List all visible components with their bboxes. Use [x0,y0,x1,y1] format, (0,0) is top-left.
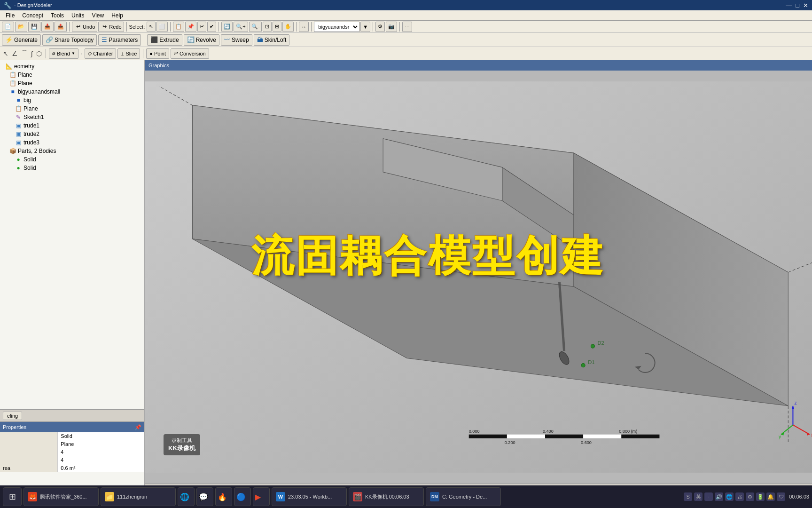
slice-button[interactable]: ⟂ Slice [117,48,140,59]
tray-sound[interactable]: 🔊 [715,492,723,501]
sep2 [126,22,127,32]
big-icon: ■ [15,97,22,103]
undo-button[interactable]: ↩ Undo [72,22,97,32]
blend-button[interactable]: ⌀ Blend ▼ [49,48,78,59]
tree-item-big[interactable]: ■ big [0,96,144,104]
copy-button[interactable]: 📋 [173,22,184,32]
tree-item-bigyuanandsmall[interactable]: ■ bigyuanandsmall [0,87,144,96]
conversion-button[interactable]: ⇌ Conversion [171,48,209,59]
export-button[interactable]: 📤 [55,22,67,32]
detailing-tab-bar: eling [0,409,144,421]
title-bar: 🔧 - DesignModeler — □ ✕ [0,0,812,10]
camera-button[interactable]: 📷 [386,22,397,32]
point-button[interactable]: ● Point [146,48,169,59]
detailing-tab-item[interactable]: eling [3,412,22,420]
pan-button[interactable]: ✋ [282,22,294,32]
redo-button[interactable]: ↪ Redo [98,22,124,32]
check-button[interactable]: ✔ [207,22,216,32]
taskbar-qq[interactable]: 🦊 腾讯软件管家_360... [23,487,99,506]
save-button[interactable]: 💾 [28,22,40,32]
skin-loft-button[interactable]: 🏔 Skin/Loft [254,34,290,46]
zoom-fit-button[interactable]: ⊡ [263,22,272,32]
pan-icon: ✋ [285,24,291,30]
tree-item-geometry[interactable]: 📐 eometry [0,62,144,71]
menu-item-concept[interactable]: Concept [18,11,47,20]
select-mode-box[interactable]: ⬜ [156,22,168,32]
menu-item-view[interactable]: View [88,11,108,20]
open-button[interactable]: 📂 [15,22,27,32]
settings-button[interactable]: ⚙ [375,22,385,32]
tree-item-solid2[interactable]: ● Solid [0,164,144,172]
graphics-header: Graphics [145,60,812,71]
taskbar-start[interactable]: ⊞ [3,487,22,506]
taskbar-app2[interactable]: 🔵 [234,487,251,506]
more-button[interactable]: ⋯ [402,22,412,32]
menu-item-tools[interactable]: Tools [47,11,68,20]
revolve-button[interactable]: 🔄 Revolve [184,34,219,46]
paste-button[interactable]: 📌 [185,22,196,32]
taskbar-workbench[interactable]: W 23.03.05 - Workb... [272,487,347,506]
tray-shield[interactable]: 🛡 [777,492,785,501]
taskbar-app3[interactable]: ▶ [253,487,270,506]
zoom-in-button[interactable]: 🔍+ [234,22,248,32]
taskbar-kk[interactable]: 🎬 KK录像机 00:06:03 [349,487,424,506]
tree-item-solid1[interactable]: ● Solid [0,155,144,164]
minimize-button[interactable]: — [786,2,792,9]
blend-icon: ⌀ [52,50,55,56]
sep1 [69,22,70,32]
tree-item-extrude1[interactable]: ▣ trude1 [0,121,144,130]
menu-item-units[interactable]: Units [68,11,88,20]
tray-print[interactable]: 🖨 [735,492,744,501]
tray-settings[interactable]: ⚙ [746,492,754,501]
taskbar-wx[interactable]: 💬 [196,487,213,506]
menu-item-help[interactable]: Help [108,11,127,20]
zoom-selection-button[interactable]: ⊞ [273,22,281,32]
zoom-out-button[interactable]: 🔍- [249,22,262,32]
dimension-button[interactable]: ↔ [299,22,309,32]
select-mode-arrow[interactable]: ↖ [147,22,156,32]
title-bar-controls: — □ ✕ [786,2,808,9]
body-select-dropdown[interactable]: ▼ [360,22,370,32]
sweep-button[interactable]: 〰 Sweep [221,34,252,46]
solid1-icon: ● [15,156,22,163]
skin-loft-label: Skin/Loft [265,37,287,43]
taskbar-dm[interactable]: DM C: Geometry - De... [426,487,501,506]
cut-button[interactable]: ✂ [197,22,206,32]
refresh-button[interactable]: 🔄 [221,22,233,32]
tree-item-parts[interactable]: 📦 Parts, 2 Bodies [0,147,144,155]
tree-item-plane1[interactable]: 📋 Plane [0,71,144,79]
tree-item-extrude3[interactable]: ▣ trude3 [0,138,144,147]
tree-item-sketch1[interactable]: ✎ Sketch1 [0,113,144,121]
more-icon: ⋯ [405,24,410,30]
tray-dot[interactable]: · [704,492,713,501]
generate-button[interactable]: ⚡ Generate [2,34,41,46]
tray-lang[interactable]: 英 [694,492,703,501]
parameters-button[interactable]: ☰ Parameters [98,34,141,46]
tree-label-geometry: eometry [14,63,34,70]
extrude-icon: ⬛ [150,36,158,43]
menu-item-file[interactable]: File [2,11,18,20]
taskbar-browser[interactable]: 🌐 [178,487,195,506]
tray-battery[interactable]: 🔋 [756,492,765,501]
tray-notif[interactable]: 🔔 [766,492,775,501]
tray-network[interactable]: 🌐 [725,492,734,501]
taskbar-app1[interactable]: 🔥 [215,487,232,506]
system-tray: S 英 · 🔊 🌐 🖨 ⚙ 🔋 🔔 🛡 00:06:03 [684,492,809,501]
import-button[interactable]: 📥 [41,22,54,32]
new-button[interactable]: 📄 [2,22,14,32]
extrude-button[interactable]: ⬛ Extrude [147,34,182,46]
body-select[interactable]: bigyuanandsr [314,22,359,32]
share-topology-button[interactable]: 🔗 Share Topology [42,34,97,46]
tree-item-plane3[interactable]: 📋 Plane [0,104,144,113]
prop-key-3 [0,448,58,456]
close-button[interactable]: ✕ [803,2,808,9]
tray-s[interactable]: S [684,492,692,501]
taskbar-file[interactable]: 📁 111zhengrun [101,487,176,506]
check-icon: ✔ [210,24,214,30]
maximize-button[interactable]: □ [796,2,799,9]
tree-item-plane2[interactable]: 📋 Plane [0,79,144,87]
viewport[interactable]: D1 D2 x y z [145,71,812,484]
properties-pin-icon[interactable]: 📌 [135,424,141,430]
tree-item-extrude2[interactable]: ▣ trude2 [0,130,144,138]
chamfer-button[interactable]: ◇ Chamfer [85,48,116,59]
